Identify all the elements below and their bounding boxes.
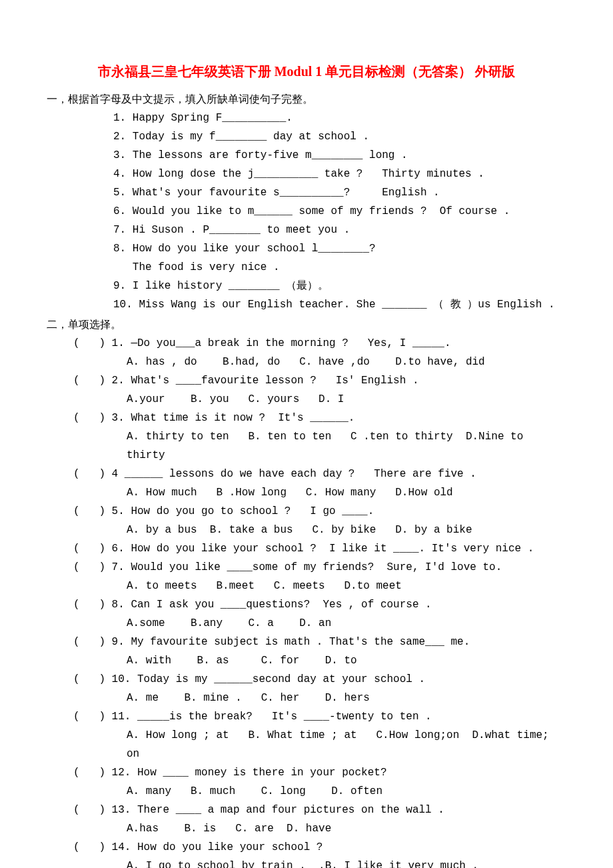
- s2-q: ( ) 10. Today is my ______second day at …: [47, 670, 566, 689]
- s1-item: 7. Hi Suson . P________ to meet you .: [47, 221, 566, 239]
- s1-item: 10. Miss Wang is our English teacher. Sh…: [47, 295, 566, 314]
- s1-item: 8. How do you like your school l________…: [47, 239, 566, 277]
- s2-q: ( ) 6. How do you like your school ? I l…: [47, 539, 566, 558]
- s2-q: ( ) 1. —Do you___a break in the morning …: [47, 334, 566, 353]
- s1-item: 3. The lessons are forty-five m________ …: [47, 146, 566, 165]
- s2-opts: A.your B. you C. yours D. I: [47, 390, 566, 409]
- s1-item: 4. How long dose the j__________ take ? …: [47, 165, 566, 183]
- s2-opts: A. How long ; at B. What time ; at C.How…: [47, 726, 566, 763]
- s2-opts: A. has , do B.had, do C. have ,do D.to h…: [47, 353, 566, 371]
- s2-q: ( ) 2. What's ____favourite lesson ? Is'…: [47, 371, 566, 390]
- s1-item: 2. Today is my f________ day at school .: [47, 127, 566, 146]
- s2-q: ( ) 5. How do you go to school ? I go __…: [47, 502, 566, 521]
- s2-q: ( ) 7. Would you like ____some of my fri…: [47, 558, 566, 577]
- s2-opts: A.has B. is C. are D. have: [47, 819, 566, 838]
- s2-opts: A. with B. as C. for D. to: [47, 651, 566, 670]
- s2-opts: A. by a bus B. take a bus C. by bike D. …: [47, 521, 566, 539]
- s1-item: 1. Happy Spring F__________.: [47, 109, 566, 127]
- s2-q: ( ) 4 ______ lessons do we have each day…: [47, 465, 566, 483]
- s2-q: ( ) 3. What time is it now ? It's ______…: [47, 409, 566, 427]
- s2-opts: A. thirty to ten B. ten to ten C .ten to…: [47, 427, 566, 465]
- s2-opts: A. How much B .How long C. How many D.Ho…: [47, 483, 566, 502]
- s2-q: ( ) 8. Can I ask you ____questions? Yes …: [47, 595, 566, 614]
- section-1-heading: 一，根据首字母及中文提示，填入所缺单词使句子完整。: [47, 90, 566, 109]
- s2-opts: A. me B. mine . C. her D. hers: [47, 689, 566, 707]
- s1-item: 5. What's your favourite s__________? En…: [47, 183, 566, 202]
- s2-opts: A. to meets B.meet C. meets D.to meet: [47, 577, 566, 595]
- s2-q: ( ) 9. My favourite subject is math . Th…: [47, 633, 566, 651]
- s1-item: 9. I like history ________ （最）。: [47, 277, 566, 295]
- s2-q: ( ) 12. How ____ money is there in your …: [47, 763, 566, 782]
- section-2-heading: 二，单项选择。: [47, 315, 566, 334]
- s2-q: ( ) 13. There ____ a map and four pictur…: [47, 801, 566, 819]
- document-page: 市永福县三皇七年级英语下册 Modul 1 单元目标检测（无答案） 外研版 一，…: [0, 0, 613, 868]
- s2-q: ( ) 11. _____is the break? It's ____-twe…: [47, 707, 566, 726]
- s2-opts: A. many B. much C. long D. often: [47, 782, 566, 801]
- s2-opts: A.some B.any C. a D. an: [47, 614, 566, 633]
- s2-opts: A. I go to school by train . .B. I like …: [47, 857, 566, 868]
- s1-item: 6. Would you like to m______ some of my …: [47, 202, 566, 221]
- document-title: 市永福县三皇七年级英语下册 Modul 1 单元目标检测（无答案） 外研版: [47, 60, 566, 83]
- s2-q: ( ) 14. How do you like your school ?: [47, 838, 566, 857]
